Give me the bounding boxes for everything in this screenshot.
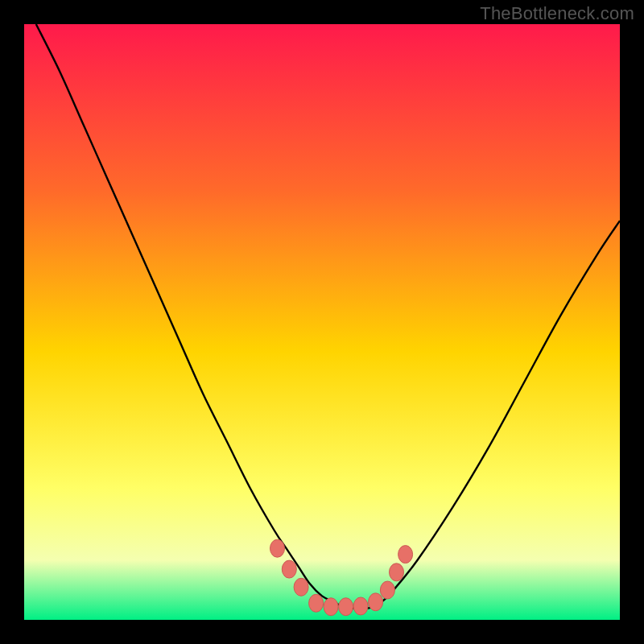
attribution-text: TheBottleneck.com [480,3,634,24]
curve-marker [324,598,338,616]
curve-marker [309,594,324,612]
curve-marker [294,578,308,596]
curve-marker [339,598,353,616]
curve-marker [270,539,285,557]
curve-marker [353,597,368,615]
curve-markers [270,539,413,616]
plot-area [24,24,620,620]
curve-layer [24,24,620,620]
curve-marker [282,560,296,578]
chart-frame: TheBottleneck.com [0,0,644,644]
curve-marker [390,564,404,581]
curve-marker [380,581,394,599]
bottleneck-curve [36,24,620,609]
curve-marker [398,546,413,564]
curve-marker [369,593,383,611]
